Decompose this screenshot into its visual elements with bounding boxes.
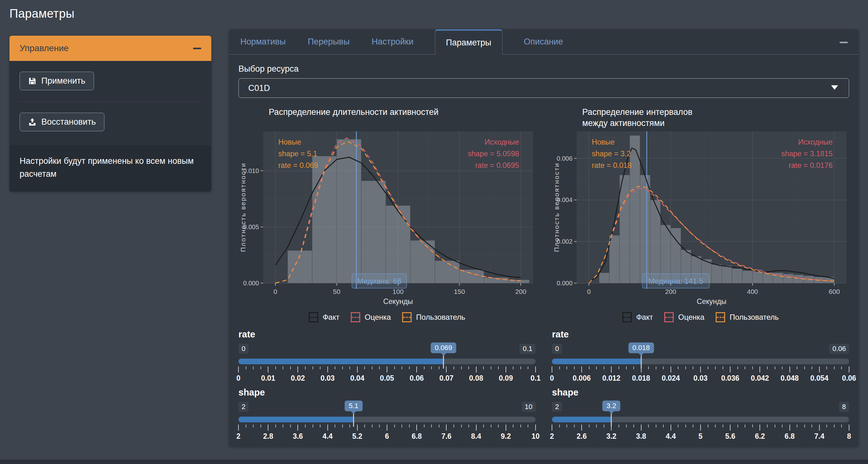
legend-estimate: Оценка bbox=[664, 312, 704, 322]
legend-estimate-label: Оценка bbox=[678, 313, 704, 322]
panel-collapse-button[interactable] bbox=[840, 39, 848, 45]
save-icon bbox=[28, 77, 37, 85]
tab-pereryvy[interactable]: Перерывы bbox=[307, 29, 350, 54]
tick-mark bbox=[528, 367, 528, 369]
interval-distribution-chart: Медиана: 141.502004006000.0000.0020.0040… bbox=[552, 129, 849, 310]
tick-mark bbox=[663, 367, 663, 369]
tab-parametry[interactable]: Параметры bbox=[435, 29, 502, 55]
tick-mark bbox=[715, 425, 716, 427]
dashed-line-icon bbox=[310, 317, 317, 318]
tick-label: 0.05 bbox=[380, 374, 394, 382]
tab-nastroyki[interactable]: Настройки bbox=[371, 29, 414, 54]
tick-label: 0.08 bbox=[469, 374, 483, 382]
tick-mark bbox=[275, 367, 276, 369]
tick-mark bbox=[372, 425, 372, 427]
tick-mark bbox=[745, 367, 745, 369]
apply-button[interactable]: Применить bbox=[20, 71, 94, 90]
svg-text:0: 0 bbox=[274, 288, 277, 295]
tick-label: 6.8 bbox=[785, 432, 795, 441]
shape-slider-duration-track[interactable] bbox=[239, 417, 535, 422]
tick-mark bbox=[357, 425, 358, 431]
svg-text:rate = 0.0176: rate = 0.0176 bbox=[789, 161, 833, 170]
tick-mark bbox=[708, 367, 708, 369]
tick-mark bbox=[826, 425, 827, 427]
tick-mark bbox=[505, 425, 506, 431]
legend-fact-key bbox=[309, 312, 318, 322]
tick-mark bbox=[722, 367, 723, 369]
charts-area: Распределение длительности активностейМе… bbox=[239, 107, 849, 324]
dashed-line-icon bbox=[717, 317, 724, 318]
control-box-header[interactable]: Управление bbox=[9, 36, 211, 61]
tick-mark bbox=[402, 425, 402, 427]
tick-label: 10 bbox=[531, 432, 540, 441]
tick-mark bbox=[760, 367, 760, 373]
tick-mark bbox=[804, 425, 805, 427]
minus-icon[interactable] bbox=[193, 48, 201, 49]
tick-mark bbox=[589, 367, 589, 369]
shape-slider-interval-ticks bbox=[552, 425, 849, 431]
tick-mark bbox=[379, 367, 380, 369]
tab-opisanie[interactable]: Описание bbox=[523, 29, 564, 54]
legend-fact-label: Факт bbox=[636, 313, 653, 322]
tick-mark bbox=[604, 425, 604, 427]
rate-slider-interval-fill bbox=[552, 358, 641, 364]
legend-estimate-key bbox=[664, 312, 674, 322]
tick-mark bbox=[491, 425, 491, 427]
tick-label: 0 bbox=[237, 374, 241, 382]
legend-estimate-key bbox=[351, 312, 360, 322]
rate-slider-duration-track[interactable] bbox=[239, 358, 535, 364]
tick-mark bbox=[671, 367, 671, 373]
svg-text:Исходные: Исходные bbox=[798, 138, 832, 146]
duration-distribution-chart-legend: ФактОценкаПользователь bbox=[239, 312, 535, 322]
tick-mark bbox=[431, 367, 432, 369]
tick-label: 5.2 bbox=[352, 432, 363, 441]
tick-label: 0.03 bbox=[693, 374, 708, 382]
tick-mark bbox=[364, 367, 365, 369]
tick-label: 0.02 bbox=[291, 374, 305, 382]
tick-mark bbox=[491, 367, 491, 369]
rate-slider-interval-track[interactable] bbox=[552, 358, 849, 364]
tick-mark bbox=[656, 425, 656, 427]
tick-label: 0 bbox=[550, 374, 554, 382]
tick-mark bbox=[811, 367, 812, 369]
tick-label: 2.8 bbox=[263, 432, 273, 441]
tick-label: 7.4 bbox=[814, 432, 825, 441]
tick-mark bbox=[589, 425, 589, 427]
tick-mark bbox=[283, 425, 283, 427]
tick-label: 0.042 bbox=[751, 374, 769, 382]
tick-mark bbox=[782, 425, 782, 427]
tick-label: 0.06 bbox=[410, 374, 424, 382]
shape-slider-interval-min-label: 2 bbox=[552, 402, 562, 412]
tick-label: 0.06 bbox=[842, 374, 856, 382]
control-box-body: ПрименитьВосстановить bbox=[9, 61, 211, 145]
tab-normativy[interactable]: Нормативы bbox=[240, 29, 286, 54]
tick-mark bbox=[841, 367, 842, 369]
rate-slider-duration-max-label: 0.1 bbox=[520, 344, 535, 354]
shape-slider-duration-ticks bbox=[239, 425, 535, 431]
tick-mark bbox=[305, 367, 306, 369]
shape-slider-interval-max-label: 8 bbox=[839, 402, 849, 412]
tick-label: 0.018 bbox=[632, 374, 650, 382]
tick-mark bbox=[328, 367, 328, 373]
shape-slider-interval-track[interactable] bbox=[552, 417, 849, 422]
tick-mark bbox=[574, 367, 575, 369]
tick-mark bbox=[648, 367, 649, 369]
tick-mark bbox=[552, 425, 552, 431]
tick-mark bbox=[409, 425, 410, 427]
tick-mark bbox=[394, 425, 395, 427]
tick-label: 5.6 bbox=[725, 432, 735, 441]
upload-icon bbox=[28, 118, 37, 126]
dashed-line-icon bbox=[352, 317, 359, 318]
tick-mark bbox=[633, 425, 634, 427]
tick-mark bbox=[387, 425, 387, 431]
dashed-line-icon bbox=[623, 317, 631, 318]
tick-mark bbox=[685, 367, 686, 369]
resource-select[interactable]: C01D bbox=[239, 78, 849, 98]
svg-text:400: 400 bbox=[747, 288, 758, 295]
tick-mark bbox=[760, 425, 760, 431]
tick-mark bbox=[513, 367, 514, 369]
svg-text:150: 150 bbox=[454, 288, 465, 295]
tick-mark bbox=[260, 425, 261, 427]
tick-mark bbox=[468, 367, 469, 369]
restore-button[interactable]: Восстановить bbox=[20, 113, 104, 131]
